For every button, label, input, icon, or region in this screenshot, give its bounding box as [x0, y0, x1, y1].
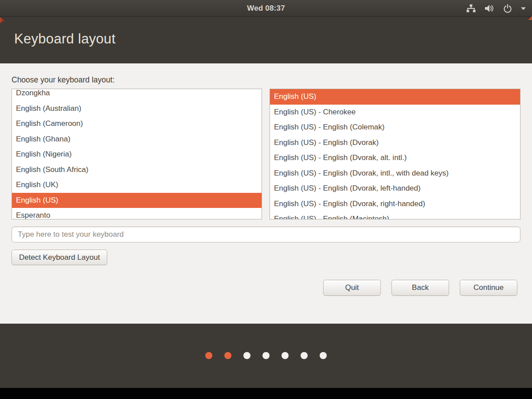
caret-down-icon[interactable]	[521, 7, 526, 10]
progress-dot	[282, 352, 289, 359]
progress-dot	[301, 352, 308, 359]
list-item[interactable]: English (US) - English (Colemak)	[270, 120, 520, 135]
volume-icon[interactable]	[485, 4, 494, 13]
list-item[interactable]: English (US) - English (Dvorak, right-ha…	[270, 196, 520, 212]
list-item[interactable]: English (US) - English (Dvorak, alt. int…	[270, 150, 520, 166]
list-item[interactable]: English (Cameroon)	[12, 116, 262, 132]
list-item[interactable]: English (US) - English (Dvorak)	[270, 135, 520, 151]
screen-black-band	[0, 388, 532, 399]
network-icon[interactable]	[466, 4, 476, 13]
list-item[interactable]: English (Australian)	[12, 101, 262, 117]
list-item[interactable]: English (US) - English (Dvorak, intl., w…	[270, 166, 520, 181]
list-item[interactable]: Esperanto	[12, 208, 262, 219]
layout-lists: DzongkhaEnglish (Australian)English (Cam…	[12, 89, 520, 219]
list-item[interactable]: English (Ghana)	[12, 132, 262, 147]
progress-dot	[243, 352, 250, 359]
detect-keyboard-button[interactable]: Detect Keyboard Layout	[12, 250, 107, 265]
main-content: Choose your keyboard layout: DzongkhaEng…	[0, 75, 532, 324]
list-item[interactable]: Dzongkha	[12, 89, 262, 101]
list-item[interactable]: English (US) - English (Dvorak, left-han…	[270, 181, 520, 196]
page-title: Keyboard layout	[14, 31, 532, 47]
page-header: Keyboard layout	[0, 17, 532, 63]
keyboard-test-input[interactable]	[12, 227, 520, 243]
quit-button[interactable]: Quit	[323, 280, 381, 296]
list-item[interactable]: English (US) - Cherokee	[270, 105, 520, 120]
list-item[interactable]: English (US) - English (Macintosh)	[270, 211, 520, 219]
list-item[interactable]: English (South Africa)	[12, 162, 262, 178]
keyboard-variant-list[interactable]: English (US)English (US) - CherokeeEngli…	[270, 89, 520, 219]
navigation-buttons: Quit Back Continue	[12, 280, 517, 296]
clock[interactable]: Wed 08:37	[0, 0, 532, 17]
back-button[interactable]: Back	[391, 280, 449, 296]
progress-dot	[262, 352, 270, 359]
system-tray	[466, 0, 526, 17]
progress-dot	[320, 352, 327, 359]
list-item[interactable]: English (US)	[12, 193, 262, 208]
keyboard-layout-list[interactable]: DzongkhaEnglish (Australian)English (Cam…	[12, 89, 262, 219]
progress-dot	[224, 352, 231, 359]
list-item[interactable]: English (UK)	[12, 177, 262, 193]
progress-footer	[0, 324, 532, 388]
progress-dots	[0, 324, 532, 359]
progress-dot	[205, 352, 212, 359]
choose-layout-label: Choose your keyboard layout:	[12, 75, 520, 85]
top-bar: Wed 08:37	[0, 0, 532, 17]
list-item[interactable]: English (US)	[270, 89, 520, 105]
power-icon[interactable]	[503, 4, 512, 13]
list-item[interactable]: English (Nigeria)	[12, 147, 262, 162]
continue-button[interactable]: Continue	[460, 280, 517, 296]
